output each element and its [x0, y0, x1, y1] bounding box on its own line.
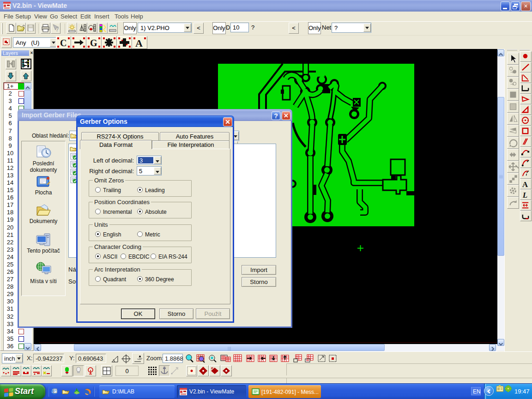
svg-text:?: ?: [55, 26, 59, 33]
svg-text:G: G: [90, 38, 97, 48]
svg-text:C: C: [60, 38, 66, 48]
svg-text:A: A: [522, 180, 528, 189]
svg-text:A: A: [135, 37, 143, 48]
svg-text:L: L: [522, 191, 528, 200]
